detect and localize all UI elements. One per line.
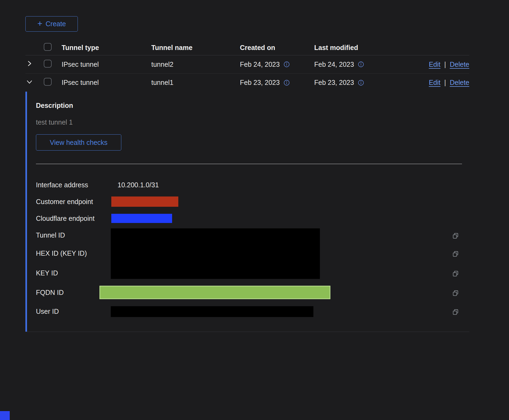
- interface-address-label: Interface address: [36, 180, 88, 190]
- header-tunnel-type: Tunnel type: [62, 44, 151, 52]
- created-on-cell: Feb 24, 2023: [240, 61, 314, 68]
- tunnel-id-label: Tunnel ID: [36, 230, 65, 240]
- section-divider: [36, 164, 462, 164]
- tunnel-name-cell: tunnel2: [151, 61, 240, 68]
- header-tunnel-name: Tunnel name: [151, 44, 240, 52]
- chevron-down-icon[interactable]: [26, 78, 33, 85]
- link-separator: |: [444, 61, 446, 68]
- info-icon[interactable]: [358, 79, 364, 86]
- cloudflare-endpoint-redacted-value: [111, 214, 172, 223]
- copy-icon: [452, 289, 459, 297]
- cloudflare-endpoint-label: Cloudflare endpoint: [36, 214, 95, 223]
- expand-cell: [25, 60, 44, 69]
- info-icon[interactable]: [283, 61, 290, 68]
- table-row-tunnel1: IPsec tunnel tunnel1 Feb 23, 2023 Feb 23…: [25, 74, 469, 92]
- fqdn-id-label: FQDN ID: [36, 288, 64, 297]
- ipsec-tunnels-page: + Create Tunnel type Tunnel name Created…: [0, 0, 509, 420]
- checkbox-cell: [44, 60, 62, 69]
- table-header-row: Tunnel type Tunnel name Created on Last …: [25, 40, 469, 55]
- last-modified-value: Feb 24, 2023: [314, 61, 354, 68]
- customer-endpoint-label: Customer endpoint: [36, 197, 93, 206]
- created-on-cell: Feb 23, 2023: [240, 79, 314, 86]
- table-row-tunnel2: IPsec tunnel tunnel2 Feb 24, 2023 Feb 24…: [25, 55, 469, 74]
- plus-icon: +: [37, 19, 42, 28]
- copy-tunnel-id-button[interactable]: [451, 232, 460, 240]
- user-id-label: User ID: [36, 306, 59, 316]
- expand-cell: [25, 78, 44, 87]
- copy-icon: [452, 250, 459, 258]
- expanded-row-accent-bar: [25, 92, 27, 332]
- actions-cell: Edit | Delete: [417, 79, 469, 86]
- user-id-redacted-value: [111, 306, 313, 317]
- copy-key-id-button[interactable]: [451, 269, 460, 278]
- tunnel-type-cell: IPsec tunnel: [62, 79, 151, 86]
- delete-link[interactable]: Delete: [450, 79, 469, 86]
- copy-hex-id-button[interactable]: [451, 250, 460, 258]
- select-all-checkbox[interactable]: [44, 43, 52, 51]
- link-separator: |: [444, 79, 446, 86]
- copy-icon: [452, 232, 459, 240]
- row-checkbox[interactable]: [44, 60, 52, 68]
- tunnel-name-cell: tunnel1: [151, 79, 240, 86]
- copy-user-id-button[interactable]: [451, 308, 460, 316]
- ids-redacted-value: [111, 228, 320, 279]
- info-icon[interactable]: [283, 79, 290, 86]
- edit-link[interactable]: Edit: [429, 61, 440, 68]
- delete-link[interactable]: Delete: [450, 61, 469, 68]
- fqdn-id-redacted-value: [99, 286, 330, 299]
- create-button-label: Create: [46, 20, 66, 28]
- copy-icon: [452, 308, 459, 316]
- copy-icon: [452, 270, 459, 278]
- bottom-left-accent-mark: [0, 411, 10, 420]
- view-health-checks-button[interactable]: View health checks: [36, 134, 121, 151]
- tunnels-table: Tunnel type Tunnel name Created on Last …: [25, 40, 469, 92]
- key-id-label: KEY ID: [36, 268, 58, 278]
- chevron-right-icon[interactable]: [26, 60, 33, 67]
- customer-endpoint-redacted-value: [111, 196, 178, 207]
- create-button[interactable]: + Create: [25, 16, 78, 32]
- copy-fqdn-id-button[interactable]: [451, 289, 460, 298]
- actions-cell: Edit | Delete: [417, 61, 469, 68]
- created-on-value: Feb 24, 2023: [240, 61, 280, 68]
- created-on-value: Feb 23, 2023: [240, 79, 280, 86]
- header-checkbox-cell: [44, 43, 62, 52]
- last-modified-value: Feb 23, 2023: [314, 79, 354, 86]
- tunnel-type-cell: IPsec tunnel: [62, 61, 151, 68]
- expanded-tunnel-detail: Description test tunnel 1 View health ch…: [25, 92, 469, 332]
- header-last-modified: Last modified: [314, 44, 417, 52]
- last-modified-cell: Feb 24, 2023: [314, 61, 417, 68]
- description-value: test tunnel 1: [36, 117, 73, 127]
- last-modified-cell: Feb 23, 2023: [314, 79, 417, 86]
- header-created-on: Created on: [240, 44, 314, 52]
- hex-id-label: HEX ID (KEY ID): [36, 248, 87, 258]
- row-checkbox[interactable]: [44, 78, 52, 86]
- edit-link[interactable]: Edit: [429, 79, 440, 86]
- checkbox-cell: [44, 78, 62, 87]
- info-icon[interactable]: [358, 61, 364, 68]
- interface-address-value: 10.200.1.0/31: [118, 180, 159, 190]
- description-label: Description: [36, 101, 73, 110]
